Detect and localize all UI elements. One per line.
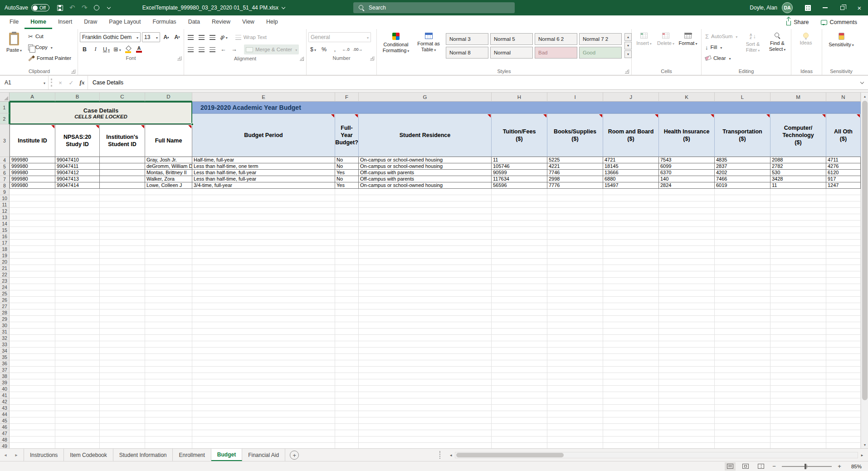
cell-A20[interactable] <box>10 259 55 265</box>
cell-M49[interactable] <box>770 443 826 448</box>
cell-L16[interactable] <box>715 233 770 240</box>
cell-J22[interactable] <box>603 271 659 278</box>
cell-M24[interactable] <box>770 284 826 290</box>
cell-G26[interactable] <box>359 297 492 303</box>
row-header-48[interactable]: 48 <box>0 437 10 443</box>
row-header-4[interactable]: 4 <box>0 157 10 163</box>
row-header-41[interactable]: 41 <box>0 392 10 398</box>
cell-G34[interactable] <box>359 348 492 354</box>
cell-J31[interactable] <box>603 329 659 335</box>
cell-G29[interactable] <box>359 316 492 322</box>
minimize-button[interactable] <box>816 0 834 15</box>
cell-C38[interactable] <box>100 373 145 379</box>
restore-button[interactable] <box>834 0 851 15</box>
cell-M10[interactable] <box>770 195 826 201</box>
cell-J38[interactable] <box>603 373 659 379</box>
cell-E11[interactable] <box>192 201 335 208</box>
ideas-button[interactable]: Ideas <box>793 30 819 64</box>
cell-A42[interactable] <box>10 398 55 405</box>
cell-D4[interactable]: Gray, Josh Jr. <box>145 157 192 163</box>
cell-L21[interactable] <box>715 265 770 271</box>
sheet-tab-instructions[interactable]: Instructions <box>24 449 64 461</box>
cell-I14[interactable] <box>547 221 603 227</box>
cell-A31[interactable] <box>10 329 55 335</box>
cell-N28[interactable] <box>826 309 861 316</box>
decrease-indent-button[interactable]: ← <box>219 45 228 54</box>
cell-C25[interactable] <box>100 290 145 297</box>
cell-I15[interactable] <box>547 227 603 233</box>
number-dialog-launcher[interactable] <box>370 56 374 60</box>
cell-N48[interactable] <box>826 437 861 443</box>
fill-button[interactable]: ↓Fill <box>703 42 740 52</box>
cell-F14[interactable] <box>335 221 359 227</box>
alignment-dialog-launcher[interactable] <box>300 57 304 61</box>
cell-E46[interactable] <box>192 424 335 430</box>
cell-C34[interactable] <box>100 348 145 354</box>
cell-I47[interactable] <box>547 430 603 437</box>
row-header-21[interactable]: 21 <box>0 265 10 271</box>
cell-I32[interactable] <box>547 335 603 341</box>
cell-E18[interactable] <box>192 246 335 252</box>
cell-J28[interactable] <box>603 309 659 316</box>
cell-J45[interactable] <box>603 417 659 424</box>
cell-D13[interactable] <box>145 214 192 221</box>
cell-D11[interactable] <box>145 201 192 208</box>
cell-I39[interactable] <box>547 379 603 386</box>
cell-E16[interactable] <box>192 233 335 240</box>
cell-L18[interactable] <box>715 246 770 252</box>
cell-M6[interactable]: 530 <box>770 170 826 176</box>
cell-D44[interactable] <box>145 411 192 417</box>
cell-D29[interactable] <box>145 316 192 322</box>
cell-L26[interactable] <box>715 297 770 303</box>
cell-I30[interactable] <box>547 322 603 329</box>
cell-C32[interactable] <box>100 335 145 341</box>
cell-G5[interactable]: On-campus or school-owned housing <box>359 163 492 170</box>
cell-F46[interactable] <box>335 424 359 430</box>
cell-F6[interactable]: Yes <box>335 170 359 176</box>
cell-B44[interactable] <box>55 411 100 417</box>
cell-M23[interactable] <box>770 278 826 284</box>
cell-H6[interactable]: 90599 <box>492 170 547 176</box>
cell-G23[interactable] <box>359 278 492 284</box>
cell-G45[interactable] <box>359 417 492 424</box>
cell-style-normal-7-2[interactable]: Normal 7 2 <box>579 33 622 45</box>
cell-M22[interactable] <box>770 271 826 278</box>
cell-B45[interactable] <box>55 417 100 424</box>
cell-B29[interactable] <box>55 316 100 322</box>
row-header-19[interactable]: 19 <box>0 252 10 259</box>
cell-D31[interactable] <box>145 329 192 335</box>
align-center-button[interactable] <box>197 45 206 54</box>
cell-D12[interactable] <box>145 208 192 214</box>
cell-H37[interactable] <box>492 367 547 373</box>
cell-G48[interactable] <box>359 437 492 443</box>
page-layout-view-button[interactable] <box>740 462 751 471</box>
cell-H44[interactable] <box>492 411 547 417</box>
cell-H39[interactable] <box>492 379 547 386</box>
sheet-tab-enrollment[interactable]: Enrollment <box>173 449 211 461</box>
cell-L42[interactable] <box>715 398 770 405</box>
cell-K10[interactable] <box>659 195 715 201</box>
cell-A44[interactable] <box>10 411 55 417</box>
sheet-tab-financial-aid[interactable]: Financial Aid <box>242 449 285 461</box>
cell-G12[interactable] <box>359 208 492 214</box>
column-header-A[interactable]: A <box>10 93 55 102</box>
cell-I24[interactable] <box>547 284 603 290</box>
row-header-49[interactable]: 49 <box>0 443 10 448</box>
row-header-10[interactable]: 10 <box>0 195 10 201</box>
cell-J14[interactable] <box>603 221 659 227</box>
cell-K40[interactable] <box>659 386 715 392</box>
row-header-7[interactable]: 7 <box>0 176 10 182</box>
cell-N43[interactable] <box>826 405 861 411</box>
cell-J40[interactable] <box>603 386 659 392</box>
cell-B6[interactable]: 99047412 <box>55 170 100 176</box>
cell-I41[interactable] <box>547 392 603 398</box>
cell-N44[interactable] <box>826 411 861 417</box>
cell-J29[interactable] <box>603 316 659 322</box>
cell-K37[interactable] <box>659 367 715 373</box>
cell-J17[interactable] <box>603 240 659 246</box>
cell-A41[interactable] <box>10 392 55 398</box>
cell-B19[interactable] <box>55 252 100 259</box>
cell-H30[interactable] <box>492 322 547 329</box>
cell-B9[interactable] <box>55 189 100 195</box>
cell-G10[interactable] <box>359 195 492 201</box>
